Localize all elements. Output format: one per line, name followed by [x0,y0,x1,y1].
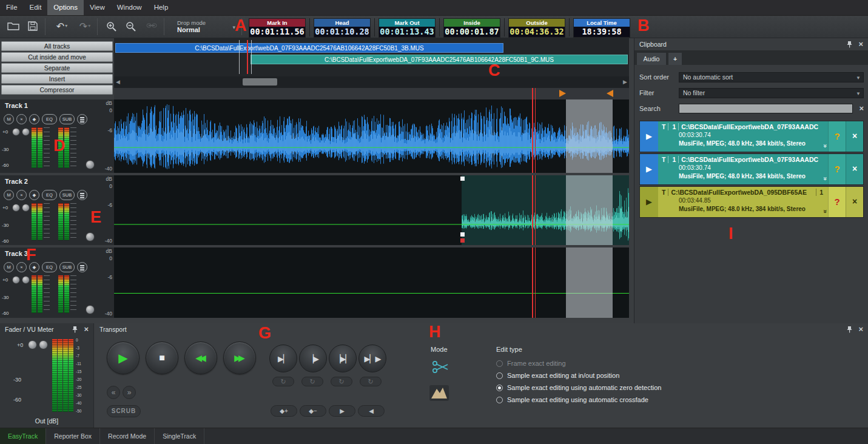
zoom-in-button[interactable] [103,19,120,35]
tab-easytrack[interactable]: EasyTrack [0,428,46,444]
waveform-canvas[interactable] [114,99,629,173]
timeline-ruler[interactable] [114,88,629,99]
entry-help-button[interactable]: ? [828,187,846,217]
skip-forward-button[interactable]: » [123,386,136,399]
undo-button[interactable]: ↶▾ [51,19,73,35]
track-pan-button[interactable]: ◆ [29,190,39,200]
radio-button[interactable] [496,372,503,379]
scrub-button[interactable]: SCRUB [107,405,141,417]
track-gain-knob[interactable] [12,204,20,212]
edit-button-separate[interactable]: Separate [1,63,113,73]
menu-item-options[interactable]: Options [47,0,84,15]
track-gain-knob[interactable] [12,276,20,284]
overview-strip[interactable]: C:\BCSData\FullExport\webDA_07F93AAADC25… [114,38,629,88]
track-gain-knob[interactable] [12,128,20,136]
clip-handle[interactable] [460,177,465,181]
track-mute-button[interactable]: M [4,190,14,200]
entry-play-button[interactable]: ▶ [640,154,658,184]
output-gain-knob[interactable] [28,340,37,349]
transport-play-around-cut-button[interactable]: ▶▏▶ [358,345,386,372]
zoom-out-button[interactable] [123,19,140,35]
entry-play-button[interactable]: ▶ [640,121,658,152]
track-mute-button[interactable]: M [4,114,14,124]
entry-expand-icon[interactable]: » [821,209,828,212]
menu-item-file[interactable]: File [0,0,24,15]
entry-close-button[interactable]: × [846,154,863,184]
transport-play-to-mark-button[interactable]: ▶▏ [269,345,297,372]
track-menu-button[interactable] [77,114,87,124]
pin-icon[interactable] [846,326,853,333]
close-icon[interactable]: × [84,325,89,334]
overview-file-bar-bottom[interactable]: C:\BCSData\FullExport\webDA_07F93AAADC25… [251,55,628,64]
loop-toggle-button[interactable]: ↻ [360,377,382,386]
entry-help-button[interactable]: ? [828,154,846,184]
overview-scrollbar[interactable]: ◀ ▶ [114,76,629,88]
add-marker-button[interactable]: ◆+ [271,405,297,417]
overview-file-bar-top[interactable]: C:\BCSData\FullExport\webDA_07F93AAADC25… [115,43,503,53]
edit-type-option[interactable]: Sample exact editing using automatic cro… [496,394,751,406]
transport-stop-button[interactable]: ■ [146,341,178,374]
scroll-left-arrow[interactable]: ◀ [116,79,120,85]
pin-icon[interactable] [72,326,79,333]
radio-button[interactable] [496,397,503,403]
filter-dropdown[interactable]: No filter▼ [679,88,864,98]
play-marker-button[interactable]: ▶ [329,405,355,417]
track-eq-button[interactable]: EQ [42,190,57,200]
add-tab-button[interactable]: + [668,53,682,65]
range-end-marker[interactable] [607,90,613,97]
clip-handle[interactable] [460,232,465,237]
output-gain-knob[interactable] [39,340,48,349]
clipboard-entry[interactable]: ▶TC:\BCSData\FullExport\webDA_095DBF65AE… [639,186,864,218]
clipboard-search-input[interactable] [679,104,853,113]
sort-order-dropdown[interactable]: No automatic sort▼ [679,72,864,82]
track-sub-button[interactable]: SUB [59,190,75,200]
track-eq-button[interactable]: EQ [42,262,57,272]
redo-button[interactable]: ↷▾ [74,19,96,35]
track-pan-button[interactable]: ◆ [29,114,39,124]
track-solo-button[interactable]: × [16,262,27,272]
drop-mode-selector[interactable]: Drop mode Normal ▾ [172,18,237,36]
track-mute-button[interactable]: M [4,262,14,272]
menu-item-window[interactable]: Window [111,0,148,15]
tab-singletrack[interactable]: SingleTrack [155,428,204,444]
cut-mode-icon[interactable] [432,360,450,375]
edit-type-option[interactable]: Sample exact editing at in/out position [496,369,751,382]
scroll-right-arrow[interactable]: ▶ [623,79,627,85]
clip-handle[interactable] [460,238,465,243]
track-eq-button[interactable]: EQ [42,114,57,124]
close-icon[interactable]: × [858,39,863,49]
fade-mode-icon[interactable] [429,385,449,402]
track-menu-button[interactable] [77,262,87,272]
entry-help-button[interactable]: ? [828,121,846,152]
transport-fast-forward-button[interactable]: ▶▶ [223,341,256,374]
clipboard-entry[interactable]: ▶T1C:\BCSData\FullExport\webDA_07F93AAAD… [639,121,864,152]
entry-close-button[interactable]: × [846,121,863,152]
waveform-canvas[interactable] [114,247,629,318]
loop-toggle-button[interactable]: ↻ [272,377,294,386]
range-start-marker[interactable] [559,90,566,97]
open-file-button[interactable] [5,19,22,35]
loop-toggle-button[interactable]: ↻ [331,377,352,386]
track-gain-knob[interactable] [22,276,30,284]
entry-close-button[interactable]: × [846,187,863,217]
radio-button[interactable] [496,360,503,367]
edit-button-compressor[interactable]: Compressor [1,85,113,95]
entry-play-button[interactable]: ▶ [640,187,658,217]
menu-item-help[interactable]: Help [148,0,175,15]
remove-marker-button[interactable]: ◆− [300,405,326,417]
edit-button-cut-inside-and-move[interactable]: Cut inside and move [1,52,113,62]
tab-record-mode[interactable]: Record Mode [100,428,155,444]
scrollbar-thumb[interactable] [243,78,277,86]
tab-reporter-box[interactable]: Reporter Box [46,428,100,444]
edit-type-option[interactable]: Frame exact editing [496,357,751,369]
track-sub-button[interactable]: SUB [59,262,75,272]
radio-button[interactable] [496,385,503,391]
transport-play-button[interactable]: ▶ [107,341,140,374]
track-gain-knob[interactable] [22,204,30,212]
waveform-canvas[interactable] [114,175,629,245]
track-solo-button[interactable]: × [16,114,27,124]
menu-item-edit[interactable]: Edit [24,0,48,15]
loop-toggle-button[interactable]: ↻ [301,377,323,386]
track-pan-knob[interactable] [86,160,95,169]
track-solo-button[interactable]: × [16,190,27,200]
